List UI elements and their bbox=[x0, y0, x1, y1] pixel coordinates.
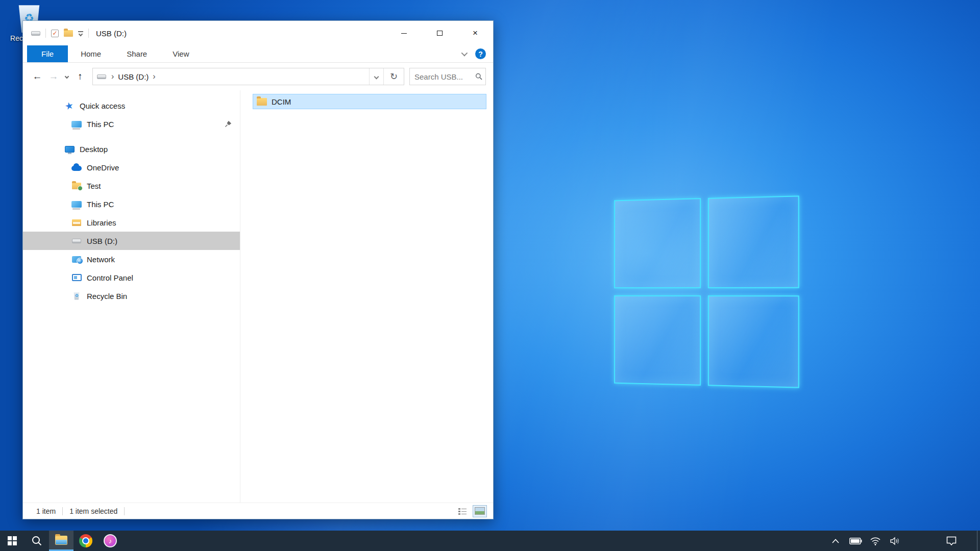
action-center-icon bbox=[946, 536, 957, 546]
sidebar-item-label: Libraries bbox=[87, 218, 116, 227]
desktop-icon bbox=[65, 146, 75, 153]
sidebar-item-quick-access[interactable]: ★ Quick access bbox=[23, 96, 240, 115]
back-button[interactable]: ← bbox=[29, 68, 45, 85]
thumbnails-view-button[interactable] bbox=[473, 505, 487, 517]
customize-toolbar-dropdown-icon[interactable] bbox=[78, 31, 83, 36]
action-center-button[interactable] bbox=[944, 531, 959, 551]
sidebar-item-label: Control Panel bbox=[87, 273, 133, 282]
close-button[interactable]: × bbox=[457, 21, 493, 45]
file-row-dcim-selected[interactable]: DCIM bbox=[253, 94, 486, 109]
logo-pane bbox=[708, 195, 799, 288]
windows-logo-wallpaper bbox=[614, 195, 799, 388]
control-panel-icon bbox=[72, 274, 82, 281]
sidebar-item-control-panel[interactable]: Control Panel bbox=[23, 268, 240, 287]
sidebar-item-label: Test bbox=[87, 182, 101, 190]
itunes-icon: ♪ bbox=[104, 534, 117, 547]
sidebar-item-libraries[interactable]: Libraries bbox=[23, 213, 240, 232]
tab-file[interactable]: File bbox=[27, 45, 68, 62]
maximize-icon bbox=[437, 31, 443, 36]
search-input[interactable] bbox=[414, 72, 475, 81]
file-explorer-icon bbox=[55, 536, 67, 545]
separator bbox=[88, 29, 89, 38]
refresh-button[interactable]: ↻ bbox=[383, 68, 404, 85]
search-icon bbox=[31, 535, 42, 546]
taskbar-itunes-button[interactable]: ♪ bbox=[98, 531, 122, 551]
tray-volume-button[interactable] bbox=[888, 531, 903, 551]
quick-access-toolbar: ✓ bbox=[23, 29, 89, 38]
logo-pane bbox=[708, 295, 799, 388]
sidebar-item-network[interactable]: Network bbox=[23, 250, 240, 268]
chevron-down-icon bbox=[374, 74, 379, 79]
tab-view[interactable]: View bbox=[160, 45, 202, 62]
breadcrumb-separator[interactable]: › bbox=[151, 72, 157, 81]
separator bbox=[45, 29, 46, 38]
properties-check-icon[interactable]: ✓ bbox=[51, 30, 59, 37]
details-view-button[interactable] bbox=[455, 505, 470, 517]
sidebar-item-label: Recycle Bin bbox=[87, 292, 127, 300]
sidebar-item-usb-drive[interactable]: USB (D:) bbox=[23, 232, 240, 250]
taskbar-file-explorer-button[interactable] bbox=[49, 531, 74, 551]
ribbon-tab-bar: File Home Share View ? bbox=[23, 45, 493, 63]
sidebar-item-this-pc[interactable]: This PC bbox=[23, 195, 240, 213]
start-button[interactable] bbox=[0, 531, 24, 551]
address-bar[interactable]: › USB (D:) › ↻ bbox=[92, 68, 404, 85]
user-folder-icon bbox=[72, 183, 81, 189]
window-title: USB (D:) bbox=[96, 29, 127, 38]
thumbnails-view-icon bbox=[475, 507, 485, 515]
forward-button: → bbox=[45, 68, 62, 85]
file-name: DCIM bbox=[272, 97, 291, 106]
sidebar-item-this-pc-pinned[interactable]: This PC bbox=[23, 115, 240, 133]
logo-pane bbox=[614, 295, 701, 386]
tab-home[interactable]: Home bbox=[68, 45, 114, 62]
minimize-button[interactable] bbox=[386, 21, 422, 45]
minimize-icon bbox=[401, 33, 407, 34]
logo-pane bbox=[614, 198, 701, 288]
address-dropdown-button[interactable] bbox=[369, 68, 383, 85]
show-desktop-button[interactable] bbox=[977, 531, 980, 551]
new-folder-icon[interactable] bbox=[64, 30, 73, 37]
tab-share[interactable]: Share bbox=[114, 45, 160, 62]
wifi-icon bbox=[870, 537, 881, 545]
selection-count: 1 item selected bbox=[69, 507, 117, 515]
breadcrumb-usb-drive[interactable]: USB (D:) bbox=[116, 72, 151, 81]
usb-drive-icon bbox=[72, 239, 81, 243]
separator bbox=[124, 507, 125, 515]
breadcrumb-separator: › bbox=[109, 72, 116, 81]
usb-drive-icon bbox=[97, 74, 106, 79]
libraries-folder-icon bbox=[72, 219, 81, 226]
search-icon[interactable] bbox=[475, 72, 482, 81]
file-list-pane[interactable]: DCIM bbox=[240, 90, 493, 503]
expand-ribbon-icon[interactable] bbox=[461, 50, 468, 57]
tray-show-hidden-icons-button[interactable] bbox=[828, 531, 843, 551]
sidebar-item-label: Quick access bbox=[80, 102, 125, 110]
sidebar-item-desktop[interactable]: Desktop bbox=[23, 140, 240, 158]
windows-start-icon bbox=[8, 536, 17, 545]
monitor-icon bbox=[71, 201, 82, 208]
system-tray bbox=[828, 531, 980, 551]
search-box[interactable] bbox=[409, 68, 486, 85]
help-icon[interactable]: ? bbox=[475, 48, 486, 59]
maximize-button[interactable] bbox=[422, 21, 457, 45]
file-explorer-window: ✓ USB (D:) × File Home Share View ? ← → … bbox=[22, 20, 494, 519]
folder-icon bbox=[257, 98, 267, 106]
usb-drive-icon bbox=[31, 31, 40, 36]
sidebar-item-test-user[interactable]: Test bbox=[23, 177, 240, 195]
person-icon bbox=[78, 186, 83, 191]
taskbar-search-button[interactable] bbox=[24, 531, 49, 551]
sidebar-item-label: Network bbox=[87, 255, 115, 264]
taskbar: ♪ bbox=[0, 531, 980, 551]
taskbar-chrome-button[interactable] bbox=[74, 531, 98, 551]
window-controls: × bbox=[386, 21, 493, 45]
sidebar-item-onedrive[interactable]: OneDrive bbox=[23, 158, 240, 177]
tray-network-button[interactable] bbox=[868, 531, 883, 551]
pin-icon bbox=[224, 120, 232, 128]
sidebar-item-recycle-bin[interactable]: ♻ Recycle Bin bbox=[23, 287, 240, 305]
tray-battery-button[interactable] bbox=[848, 531, 863, 551]
chevron-up-icon bbox=[832, 539, 839, 543]
sidebar-item-label: OneDrive bbox=[87, 163, 119, 172]
title-bar[interactable]: ✓ USB (D:) × bbox=[23, 21, 493, 45]
up-button[interactable]: ↑ bbox=[72, 68, 88, 85]
recent-locations-dropdown-icon[interactable] bbox=[62, 68, 72, 85]
quick-access-star-icon: ★ bbox=[64, 100, 75, 111]
sidebar-item-label: Desktop bbox=[80, 145, 108, 154]
